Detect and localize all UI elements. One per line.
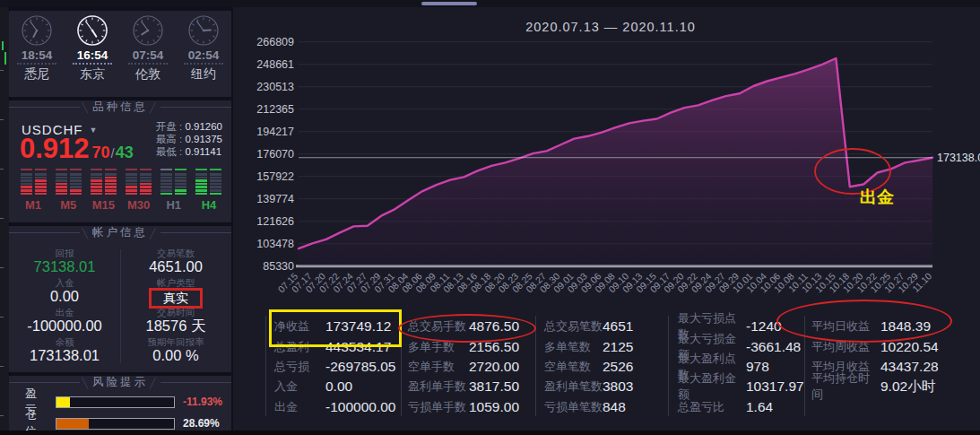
timeframe-M1[interactable]: M1 (20, 169, 47, 212)
stats-row: 总交易笔数4651 (544, 317, 679, 336)
meter-cell (160, 179, 172, 182)
meter-cell (126, 189, 137, 192)
meter-cell (195, 189, 207, 192)
clock-纽约: 02:54纽约 (178, 13, 229, 83)
meter-bars-icon (126, 173, 152, 195)
meter-cell (91, 193, 102, 196)
account-item-label: 帐户类型 (120, 277, 231, 288)
stat-value: 0.00 (325, 378, 352, 395)
clock-city-label: 纽约 (191, 66, 216, 83)
strip-tick (0, 218, 4, 219)
strip-tick (0, 317, 4, 318)
strip-tick (0, 119, 4, 120)
stat-value: 3817.50 (469, 378, 519, 395)
meter-bars-icon (91, 173, 117, 195)
price-quote: 0.912 70 / 43 (20, 133, 134, 165)
meter-column (105, 173, 117, 195)
meter-column (160, 173, 172, 195)
account-item: 回报73138.01 (9, 246, 120, 275)
annotation-ellipse-avg-daily-profit (776, 300, 952, 343)
account-item-label: 余额 (9, 336, 120, 347)
account-item-label: 入金 (9, 277, 120, 288)
meter-column (35, 173, 47, 195)
timeframe-label: M5 (60, 198, 76, 212)
equity-area (299, 58, 932, 266)
annotation-box-net-profit (269, 309, 402, 347)
timeframe-label: H4 (202, 198, 217, 212)
account-item: 入金0.00 (9, 275, 120, 305)
account-item-label: 预期年回报率 (120, 336, 231, 347)
stat-value: 1.64 (746, 399, 773, 415)
symbol-panel-title: 品种信息 (92, 100, 148, 115)
meter-dash-icon (35, 169, 47, 170)
clock-face-icon (131, 13, 165, 48)
stat-label: 总盈亏比 (678, 399, 746, 415)
meter-cell (210, 173, 221, 176)
timeframe-H4[interactable]: H4 (195, 169, 222, 212)
risk-panel-title: 风险提示 (92, 375, 148, 390)
meter-cell (175, 177, 186, 179)
meter-cell (91, 177, 102, 179)
meter-dash-icon (210, 169, 221, 170)
meter-cell (126, 179, 137, 182)
equity-chart: 2668092486612305132123651942171760701579… (233, 7, 980, 316)
meter-dashes (160, 169, 186, 170)
timeframe-H1[interactable]: H1 (160, 169, 187, 212)
meter-cell (35, 189, 47, 192)
account-item: 预期年回报率0.00 % (120, 335, 231, 364)
meter-cell (195, 186, 207, 188)
meter-column (91, 173, 102, 195)
clock-face-icon (75, 13, 109, 48)
meter-cell (126, 186, 137, 188)
chart-title: 2020.07.13 — 2020.11.10 (525, 20, 696, 34)
stat-value: 9.02小时 (880, 378, 935, 396)
timeframe-M5[interactable]: M5 (55, 169, 82, 212)
world-clock-panel: 18:54悉尼16:54东京07:54伦敦02:54纽约 (9, 11, 231, 97)
stat-label: 总交易笔数 (544, 318, 603, 335)
meter-cell (195, 193, 207, 196)
meter-cell (35, 193, 47, 196)
clock-city-label: 东京 (80, 66, 105, 83)
meter-dash-icon (160, 169, 172, 170)
price-ask-pips: 43 (116, 144, 134, 162)
scrollbar-thumb[interactable] (421, 2, 477, 5)
world-clocks: 18:54悉尼16:54东京07:54伦敦02:54纽约 (9, 11, 231, 83)
top-scrollbar (0, 0, 980, 7)
stats-row: 亏损单手数1059.00 (408, 397, 542, 417)
stat-label: 空单手数 (408, 359, 469, 375)
timeframe-M30[interactable]: M30 (126, 169, 152, 212)
meter-dash-icon (70, 169, 82, 170)
y-axis-label: 230513 (256, 81, 294, 93)
meter-cell (21, 173, 32, 176)
clock-dots (73, 63, 112, 65)
meter-cell (91, 173, 102, 176)
price-separator: / (111, 145, 115, 161)
y-axis-label: 139774 (256, 193, 294, 205)
account-item-label: 回报 (9, 248, 120, 258)
stats-column-divider (668, 316, 669, 416)
meter-dash-icon (175, 169, 186, 170)
meter-cell (56, 186, 67, 188)
stats-row: 多单笔数2125 (544, 336, 679, 356)
meter-cell (160, 189, 172, 192)
stat-label: 多单笔数 (544, 339, 603, 355)
meter-cell (105, 189, 117, 192)
account-item-value: 18576 天 (120, 318, 231, 334)
meter-dash-icon (195, 169, 207, 170)
meter-column (195, 173, 207, 195)
stat-value: 1059.00 (469, 399, 519, 415)
meter-cell (91, 183, 102, 186)
meter-column (56, 173, 67, 195)
timeframe-label: M30 (127, 198, 150, 212)
timeframe-M15[interactable]: M15 (90, 169, 117, 212)
strip-tick (0, 366, 4, 367)
risk-percent-value: 28.69% (183, 417, 220, 430)
stats-row: 总亏损-269785.05 (274, 357, 409, 377)
meter-cell (210, 186, 221, 188)
meter-cell (195, 173, 207, 176)
stat-value: 10317.97 (746, 378, 804, 395)
meter-cell (160, 177, 172, 179)
meter-cell (21, 179, 32, 182)
meter-cell (160, 193, 172, 196)
meter-cell (195, 177, 207, 179)
